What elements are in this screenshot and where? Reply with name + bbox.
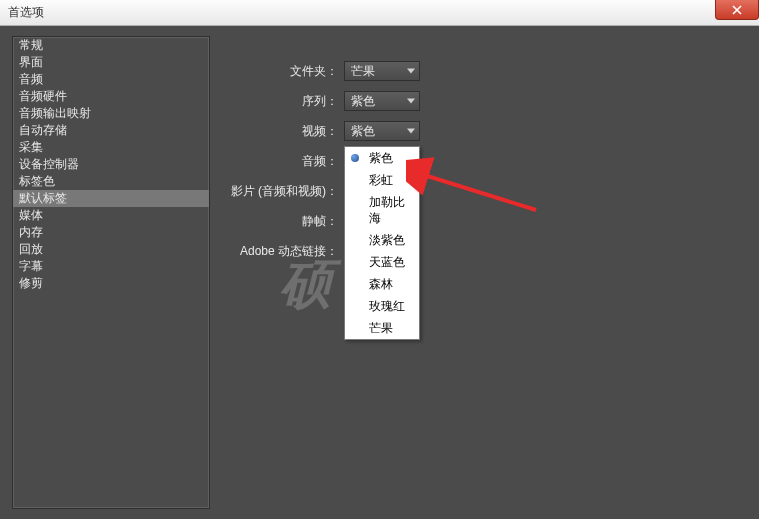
dropdown-option[interactable]: 加勒比海 — [345, 191, 419, 229]
dropdown-option[interactable]: 紫色 — [345, 147, 419, 169]
sidebar-item[interactable]: 界面 — [13, 54, 209, 71]
select[interactable]: 芒果 — [344, 61, 420, 81]
form-label: 文件夹： — [222, 63, 344, 80]
sidebar-item[interactable]: 默认标签 — [13, 190, 209, 207]
dropdown-option[interactable]: 天蓝色 — [345, 251, 419, 273]
selected-bullet-icon — [351, 154, 359, 162]
dropdown-option[interactable]: 彩虹 — [345, 169, 419, 191]
main-area: 常规界面音频音频硬件音频输出映射自动存储采集设备控制器标签色默认标签媒体内存回放… — [0, 26, 759, 519]
close-button[interactable] — [715, 0, 759, 20]
sidebar: 常规界面音频音频硬件音频输出映射自动存储采集设备控制器标签色默认标签媒体内存回放… — [12, 36, 210, 509]
form-label: 视频： — [222, 123, 344, 140]
chevron-down-icon — [407, 129, 415, 134]
sidebar-item[interactable]: 音频硬件 — [13, 88, 209, 105]
chevron-down-icon — [407, 69, 415, 74]
dropdown-option[interactable]: 玫瑰红 — [345, 295, 419, 317]
form-label: 序列： — [222, 93, 344, 110]
select-value: 紫色 — [351, 123, 375, 140]
sidebar-item[interactable]: 自动存储 — [13, 122, 209, 139]
sidebar-item[interactable]: 字幕 — [13, 258, 209, 275]
window-title: 首选项 — [8, 4, 44, 21]
dropdown-option[interactable]: 淡紫色 — [345, 229, 419, 251]
form-row: 音频： — [222, 146, 747, 176]
select-value: 芒果 — [351, 63, 375, 80]
sidebar-item[interactable]: 音频 — [13, 71, 209, 88]
sidebar-item[interactable]: 媒体 — [13, 207, 209, 224]
sidebar-item[interactable]: 常规 — [13, 37, 209, 54]
form-label: 静帧： — [222, 213, 344, 230]
sidebar-item[interactable]: 采集 — [13, 139, 209, 156]
form-row: 静帧： — [222, 206, 747, 236]
sidebar-item[interactable]: 内存 — [13, 224, 209, 241]
sidebar-item[interactable]: 修剪 — [13, 275, 209, 292]
sidebar-item[interactable]: 音频输出映射 — [13, 105, 209, 122]
form-label: Adobe 动态链接： — [222, 243, 344, 260]
dropdown-option[interactable]: 森林 — [345, 273, 419, 295]
form-row: 序列：紫色 — [222, 86, 747, 116]
content-area: 文件夹：芒果序列：紫色视频：紫色音频：影片 (音频和视频)：静帧：Adobe 动… — [222, 36, 747, 509]
select[interactable]: 紫色 — [344, 91, 420, 111]
form-label: 音频： — [222, 153, 344, 170]
close-icon — [732, 5, 742, 15]
chevron-down-icon — [407, 99, 415, 104]
form-label: 影片 (音频和视频)： — [222, 183, 344, 200]
select-value: 紫色 — [351, 93, 375, 110]
sidebar-item[interactable]: 回放 — [13, 241, 209, 258]
dropdown-option[interactable]: 芒果 — [345, 317, 419, 339]
sidebar-item[interactable]: 标签色 — [13, 173, 209, 190]
titlebar: 首选项 — [0, 0, 759, 26]
form-row: 文件夹：芒果 — [222, 56, 747, 86]
form-row: 影片 (音频和视频)： — [222, 176, 747, 206]
form-row: Adobe 动态链接： — [222, 236, 747, 266]
video-dropdown-menu: 紫色彩虹加勒比海淡紫色天蓝色森林玫瑰红芒果 — [344, 146, 420, 340]
form-row: 视频：紫色 — [222, 116, 747, 146]
select[interactable]: 紫色 — [344, 121, 420, 141]
sidebar-item[interactable]: 设备控制器 — [13, 156, 209, 173]
